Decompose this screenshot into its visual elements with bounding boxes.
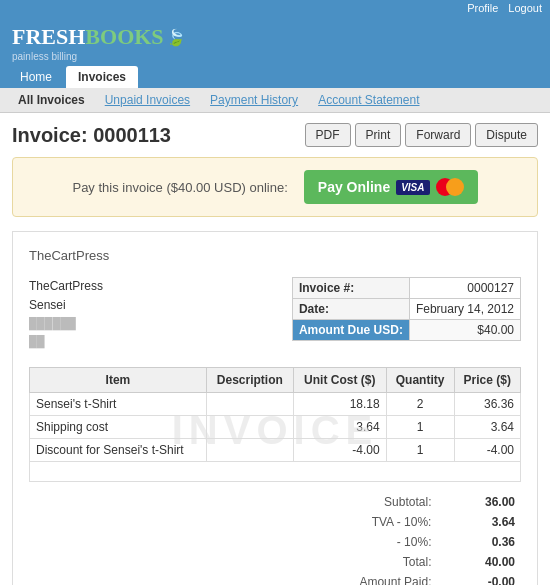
invoice-document: INVOICE TheCartPress TheCartPress Sensei… — [12, 231, 538, 585]
tva-row: TVA - 10%: 3.64 — [275, 512, 521, 532]
row-description — [206, 415, 293, 438]
row-description — [206, 392, 293, 415]
row-item: Shipping cost — [30, 415, 207, 438]
row-unit-cost: 3.64 — [293, 415, 386, 438]
table-header-row: Item Description Unit Cost ($) Quantity … — [30, 367, 521, 392]
amount-paid-value: -0.00 — [437, 572, 521, 585]
discount-label: - 10%: — [275, 532, 437, 552]
logo: FRESHBOOKS 🍃 painless billing — [12, 24, 186, 62]
row-price: 36.36 — [454, 392, 520, 415]
subnav-all-invoices[interactable]: All Invoices — [8, 88, 95, 112]
profile-link[interactable]: Profile — [467, 2, 498, 14]
amount-paid-label: Amount Paid: — [275, 572, 437, 585]
tagline: painless billing — [12, 51, 186, 62]
dispute-button[interactable]: Dispute — [475, 123, 538, 147]
amount-due-label: Amount Due USD: — [292, 320, 409, 341]
row-description — [206, 438, 293, 461]
meta-date-row: Date: February 14, 2012 — [292, 299, 520, 320]
col-quantity: Quantity — [386, 367, 454, 392]
col-price: Price ($) — [454, 367, 520, 392]
date-value: February 14, 2012 — [409, 299, 520, 320]
invoice-no-value: 0000127 — [409, 278, 520, 299]
table-row: Shipping cost 3.64 1 3.64 — [30, 415, 521, 438]
pay-banner-text: Pay this invoice ($40.00 USD) online: — [72, 180, 287, 195]
tva-label: TVA - 10%: — [275, 512, 437, 532]
logo-fresh: FRESH — [12, 24, 85, 49]
subtotal-value: 36.00 — [437, 492, 521, 512]
logo-books: BOOKS — [85, 24, 163, 49]
pay-online-button[interactable]: Pay Online VISA — [304, 170, 478, 204]
meta-amount-due-row: Amount Due USD: $40.00 — [292, 320, 520, 341]
invoice-no-label: Invoice #: — [292, 278, 409, 299]
logo-leaf-icon: 🍃 — [166, 28, 186, 47]
table-row: Discount for Sensei's t-Shirt -4.00 1 -4… — [30, 438, 521, 461]
meta-invoice-no-row: Invoice #: 0000127 — [292, 278, 520, 299]
row-quantity: 2 — [386, 392, 454, 415]
totals-row: Subtotal: 36.00 TVA - 10%: 3.64 - 10%: 0… — [29, 492, 521, 585]
logout-link[interactable]: Logout — [508, 2, 542, 14]
tva-value: 3.64 — [437, 512, 521, 532]
items-table: Item Description Unit Cost ($) Quantity … — [29, 367, 521, 482]
subnav-unpaid-invoices[interactable]: Unpaid Invoices — [95, 88, 200, 112]
doc-wrapper: INVOICE TheCartPress TheCartPress Sensei… — [29, 248, 521, 585]
nav-tab-home[interactable]: Home — [8, 66, 64, 88]
nav-bar: Home Invoices — [0, 66, 550, 88]
top-bar: Profile Logout — [0, 0, 550, 16]
pdf-button[interactable]: PDF — [305, 123, 351, 147]
bill-from-line4: ██ — [29, 333, 103, 351]
total-row: Total: 40.00 — [275, 552, 521, 572]
bill-from-line2: Sensei — [29, 296, 103, 315]
invoice-header-row: Invoice: 0000113 PDF Print Forward Dispu… — [12, 123, 538, 147]
subtotal-label: Subtotal: — [275, 492, 437, 512]
header: FRESHBOOKS 🍃 painless billing — [0, 16, 550, 66]
row-price: -4.00 — [454, 438, 520, 461]
bill-to: TheCartPress Sensei ██████ ██ — [29, 277, 103, 351]
logo-text: FRESHBOOKS — [12, 24, 164, 50]
col-description: Description — [206, 367, 293, 392]
sub-nav: All Invoices Unpaid Invoices Payment His… — [0, 88, 550, 113]
invoice-body: TheCartPress Sensei ██████ ██ Invoice #:… — [29, 277, 521, 351]
visa-badge: VISA — [396, 180, 429, 195]
nav-tab-invoices[interactable]: Invoices — [66, 66, 138, 88]
row-unit-cost: -4.00 — [293, 438, 386, 461]
totals-table: Subtotal: 36.00 TVA - 10%: 3.64 - 10%: 0… — [275, 492, 521, 585]
mastercard-icon — [436, 178, 464, 196]
discount-row: - 10%: 0.36 — [275, 532, 521, 552]
subnav-payment-history[interactable]: Payment History — [200, 88, 308, 112]
print-button[interactable]: Print — [355, 123, 402, 147]
pay-online-label: Pay Online — [318, 179, 390, 195]
main-content: Invoice: 0000113 PDF Print Forward Dispu… — [0, 113, 550, 585]
row-quantity: 1 — [386, 415, 454, 438]
total-value: 40.00 — [437, 552, 521, 572]
action-buttons: PDF Print Forward Dispute — [305, 123, 538, 147]
col-item: Item — [30, 367, 207, 392]
col-unit-cost: Unit Cost ($) — [293, 367, 386, 392]
row-item: Sensei's t-Shirt — [30, 392, 207, 415]
table-empty-row — [30, 461, 521, 481]
company-name-top: TheCartPress — [29, 248, 521, 263]
row-unit-cost: 18.18 — [293, 392, 386, 415]
mc-circle-right — [446, 178, 464, 196]
date-label: Date: — [292, 299, 409, 320]
amount-due-value: $40.00 — [409, 320, 520, 341]
pay-banner: Pay this invoice ($40.00 USD) online: Pa… — [12, 157, 538, 217]
row-price: 3.64 — [454, 415, 520, 438]
subnav-account-statement[interactable]: Account Statement — [308, 88, 429, 112]
subtotal-row: Subtotal: 36.00 — [275, 492, 521, 512]
amount-paid-row: Amount Paid: -0.00 — [275, 572, 521, 585]
invoice-meta: Invoice #: 0000127 Date: February 14, 20… — [292, 277, 521, 351]
bill-from-line1: TheCartPress — [29, 277, 103, 296]
total-label: Total: — [275, 552, 437, 572]
discount-value: 0.36 — [437, 532, 521, 552]
table-row: Sensei's t-Shirt 18.18 2 36.36 — [30, 392, 521, 415]
bill-from-line3: ██████ — [29, 315, 103, 333]
row-item: Discount for Sensei's t-Shirt — [30, 438, 207, 461]
invoice-title: Invoice: 0000113 — [12, 124, 171, 147]
forward-button[interactable]: Forward — [405, 123, 471, 147]
row-quantity: 1 — [386, 438, 454, 461]
